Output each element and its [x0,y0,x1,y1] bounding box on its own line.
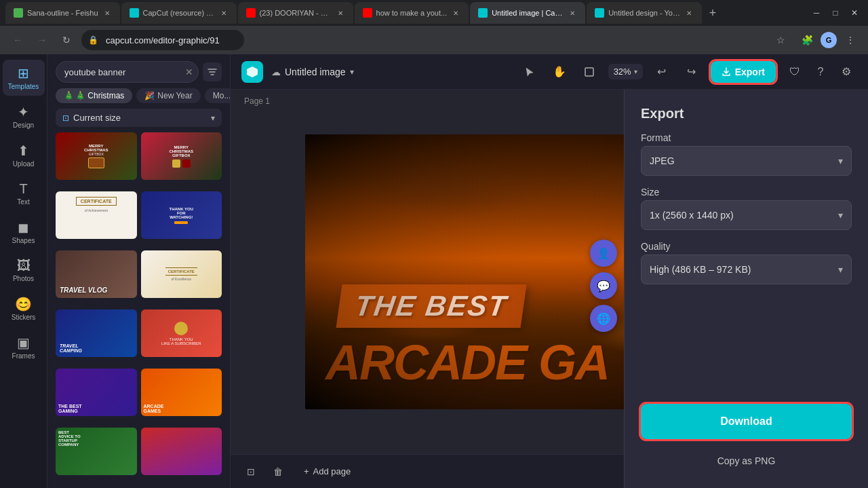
doc-title-text: Untitled image [285,67,346,77]
cursor-tool[interactable] [519,61,540,83]
template-card[interactable]: MERRYCHRISTMASGIFTBOX [141,132,222,180]
search-input[interactable] [56,61,199,83]
sidebar-item-templates[interactable]: ⊞ Templates [3,60,45,96]
design-icon: ✦ [18,104,29,120]
copy-png-button[interactable]: Copy as PNG [641,450,852,472]
export-button[interactable]: Export [711,61,776,83]
sidebar-item-shapes[interactable]: ◼ Shapes [3,214,45,250]
sidebar-item-design[interactable]: ✦ Design [3,98,45,134]
sidebar-label-text: Text [17,198,29,206]
new-tab-button[interactable]: + [703,3,722,22]
filter-icon [208,67,217,77]
address-input[interactable] [81,30,244,50]
category-tab-more[interactable]: Mo... [205,88,230,103]
template-card[interactable]: CERTIFICATE of Achievement [56,191,137,239]
quality-select[interactable]: High (486 KB – 972 KB) ▾ [641,255,852,284]
help-button[interactable]: ? [810,61,831,83]
close-button[interactable]: ✕ [846,5,863,21]
templates-panel: ✕ 🎄 🎄 Christmas 🎉 New Year Mo... ⊡ [47,54,231,488]
redo-button[interactable]: ↪ [681,61,703,83]
frames-icon: ▣ [17,335,30,351]
tab-close-btn[interactable]: ✕ [684,8,694,18]
sidebar-label-stickers: Stickers [12,314,36,321]
newyear-label: New Year [157,91,192,100]
tab-close-btn[interactable]: ✕ [568,8,577,18]
tab-untitled-design[interactable]: Untitled design - You... ✕ [587,2,702,24]
sidebar-item-frames[interactable]: ▣ Frames [3,329,45,365]
frame-tool[interactable] [578,61,600,83]
doc-title[interactable]: ☁ Untitled image ▾ [271,67,354,77]
category-tab-newyear[interactable]: 🎉 New Year [136,88,200,103]
size-export-label: Size [641,187,852,198]
template-card[interactable]: THANK YOULIKE A SUBSCRIBER [141,309,222,357]
photos-icon: 🖼 [17,258,31,274]
tab-label: Untitled design - You... [608,9,680,17]
template-card[interactable]: BESTADVICE TOSTARTUPCOMPANY [56,428,137,475]
tab-bar: Sana-outline - Feishu ✕ CapCut (resource… [0,0,868,26]
size-selector-text: Current size [73,113,207,123]
app-container: ⊞ Templates ✦ Design ⬆ Upload T Text ◼ S… [0,54,868,488]
size-chevron-icon: ▾ [838,210,843,221]
tab-close-btn[interactable]: ✕ [336,8,345,18]
template-card[interactable] [141,428,222,475]
minimize-button[interactable]: ─ [808,5,825,21]
back-button[interactable]: ← [8,31,27,50]
sidebar-item-stickers[interactable]: 😊 Stickers [3,290,45,326]
download-label: Download [720,415,772,427]
settings-button[interactable]: ⚙ [835,61,857,83]
more-label: Mo... [213,91,230,100]
template-card[interactable]: MERRYCHRISTMAS GIFTBOX [56,132,137,180]
bottom-action-btn[interactable]: ⊡ [241,462,260,481]
hand-tool[interactable]: ✋ [549,61,570,83]
lock-icon: 🔒 [88,35,98,45]
sidebar-item-photos[interactable]: 🖼 Photos [3,252,45,288]
download-button[interactable]: Download [641,404,852,439]
tab-close-btn[interactable]: ✕ [219,8,229,18]
text-icon: T [19,181,27,197]
template-card[interactable]: TRAVELCAMPING [56,309,137,357]
shield-icon-btn[interactable]: 🛡 [784,61,806,83]
tab-favicon [14,8,23,18]
search-filter-button[interactable] [203,62,222,81]
tab-untitled-image[interactable]: Untitled image | Cap... ✕ [470,2,585,24]
float-btn-2[interactable]: 💬 [590,272,617,299]
tab-sana[interactable]: Sana-outline - Feishu ✕ [5,2,120,24]
capcut-logo [241,61,263,83]
sidebar-item-upload[interactable]: ⬆ Upload [3,137,45,173]
float-btn-3[interactable]: 🌐 [590,305,617,332]
christmas-icon: 🎄 [64,91,74,100]
maximize-button[interactable]: □ [827,5,844,21]
bookmark-icon[interactable]: ☆ [776,35,785,45]
sidebar-item-text[interactable]: T Text [3,176,45,211]
template-card[interactable]: CERTIFICATE of Excellence [141,250,222,298]
template-card[interactable]: ARCADEGAMES [141,369,222,416]
cloud-icon: ☁ [271,67,281,77]
template-card[interactable]: THANK YOUFORWATCHING! [141,191,222,239]
more-options-button[interactable]: ⋮ [841,31,860,50]
size-select[interactable]: 1x (2560 x 1440 px) ▾ [641,200,852,230]
tab-dooriyan[interactable]: (23) DOORIYAN - Full... ✕ [238,2,353,24]
tab-close-btn[interactable]: ✕ [102,8,112,18]
format-select[interactable]: JPEG ▾ [641,146,852,176]
tab-close-btn[interactable]: ✕ [451,8,460,18]
template-card[interactable]: THE BESTGAMING [56,369,137,416]
toolbar-right-icons: 🛡 ? ⚙ [784,61,857,83]
float-btn-1[interactable]: 👤 [590,240,617,267]
profile-button[interactable]: G [819,31,838,50]
category-tab-christmas[interactable]: 🎄 🎄 Christmas [56,88,132,103]
undo-button[interactable]: ↩ [651,61,673,83]
extensions-button[interactable]: 🧩 [797,31,816,50]
search-clear-icon[interactable]: ✕ [185,67,193,77]
zoom-control[interactable]: 32% ▾ [608,64,643,79]
reload-button[interactable]: ↻ [57,31,76,50]
delete-btn[interactable]: 🗑 [269,462,288,481]
tab-how-to[interactable]: how to make a yout... ✕ [355,2,469,24]
size-selector[interactable]: ⊡ Current size ▾ [56,109,222,127]
size-icon: ⊡ [62,113,69,123]
tab-capcut-resource[interactable]: CapCut (resource) - y... ✕ [121,2,237,24]
forward-button[interactable]: → [33,31,52,50]
profile-avatar: G [821,32,837,48]
add-page-button[interactable]: + Add page [296,462,359,481]
christmas-label: 🎄 Christmas [75,91,124,100]
template-card[interactable]: TRAVEL VLOG [56,250,137,298]
